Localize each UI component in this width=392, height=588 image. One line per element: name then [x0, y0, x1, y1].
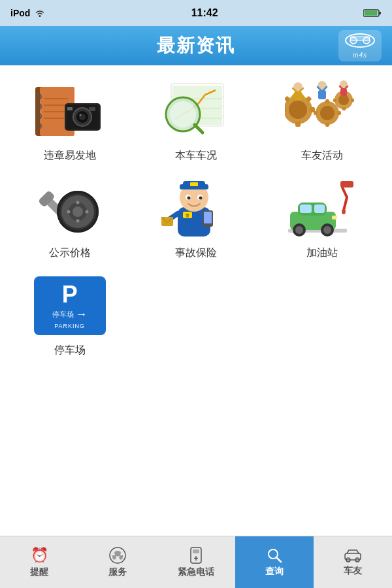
grid-row-2: 公示价格 — [7, 176, 385, 260]
grid-item-insurance[interactable]: 警 事故保险 — [140, 176, 252, 260]
svg-point-38 — [289, 101, 307, 119]
svg-rect-110 — [332, 216, 337, 220]
header: 最新资讯 m4s — [0, 26, 392, 65]
svg-point-46 — [320, 106, 335, 120]
activity-icon — [283, 78, 361, 144]
grid-item-price[interactable]: 公示价格 — [14, 176, 125, 260]
time-display: 11:42 — [191, 7, 218, 19]
tab-service[interactable]: 服务 — [78, 536, 157, 588]
svg-rect-88 — [190, 182, 198, 186]
grid-item-violation[interactable]: 违章易发地 — [14, 78, 125, 163]
grid-item-parking[interactable]: P 停车场 → PARKING 停车场 — [14, 273, 125, 357]
svg-rect-117 — [193, 549, 199, 553]
tab-remind[interactable]: ⏰ 提醒 — [0, 536, 78, 588]
svg-rect-55 — [333, 99, 336, 102]
grid-item-empty-2 — [267, 273, 378, 357]
grid-item-gas[interactable]: 加油站 — [267, 176, 378, 260]
gas-label: 加油站 — [306, 246, 338, 260]
grid-item-empty-1 — [140, 273, 252, 357]
wifi-icon — [34, 8, 46, 18]
emergency-label: 紧急电话 — [178, 566, 214, 578]
page-title: 最新资讯 — [157, 33, 235, 58]
svg-rect-104 — [300, 204, 312, 213]
grid-row-1: 违章易发地 — [7, 78, 385, 163]
svg-rect-48 — [325, 123, 329, 127]
tab-carfriend[interactable]: 车友 — [314, 536, 392, 588]
svg-text:警: 警 — [186, 214, 189, 218]
tab-emergency[interactable]: 紧急电话 — [157, 536, 235, 588]
logo-text: m4s — [353, 52, 367, 59]
svg-point-92 — [199, 196, 203, 199]
parking-sublabel: 停车场 — [52, 310, 74, 319]
svg-point-35 — [170, 101, 196, 127]
price-label: 公示价格 — [49, 246, 91, 260]
remind-icon: ⏰ — [31, 547, 48, 564]
carfriend-label: 车友 — [344, 565, 362, 577]
battery-icon — [363, 8, 382, 18]
svg-line-112 — [344, 197, 347, 210]
violation-label: 违章易发地 — [44, 149, 96, 163]
svg-point-79 — [76, 201, 80, 204]
logo-badge: m4s — [338, 30, 382, 61]
service-icon — [109, 547, 126, 564]
grid-row-3: P 停车场 → PARKING 停车场 — [7, 273, 385, 357]
svg-rect-50 — [337, 111, 341, 115]
svg-point-0 — [39, 15, 41, 17]
svg-rect-7 — [350, 37, 370, 41]
parking-small-text: PARKING — [54, 323, 85, 329]
car-status-icon — [157, 78, 235, 144]
violation-icon — [31, 78, 109, 144]
emergency-icon — [189, 547, 203, 564]
insurance-label: 事故保险 — [175, 246, 217, 260]
svg-point-52 — [338, 95, 349, 105]
price-icon — [31, 176, 109, 241]
svg-rect-94 — [204, 212, 212, 223]
svg-rect-25 — [67, 107, 73, 110]
query-icon — [267, 547, 282, 563]
parking-sub: 停车场 → — [52, 308, 87, 321]
svg-rect-2 — [379, 12, 381, 14]
svg-point-82 — [86, 210, 89, 213]
svg-point-81 — [67, 210, 71, 213]
svg-point-91 — [188, 196, 191, 199]
service-label: 服务 — [108, 566, 127, 578]
status-bar: iPod 11:42 — [0, 0, 392, 26]
svg-point-80 — [76, 219, 80, 222]
svg-rect-41 — [285, 107, 286, 112]
insurance-icon: 警 — [157, 176, 235, 241]
parking-arrow-icon: → — [75, 308, 87, 321]
main-content: 违章易发地 — [0, 65, 392, 536]
tab-bar: ⏰ 提醒 服务 紧急电话 查询 — [0, 536, 392, 588]
svg-rect-3 — [364, 11, 377, 16]
svg-rect-56 — [351, 99, 354, 102]
status-right — [363, 8, 382, 18]
grid-item-activity[interactable]: 车友活动 — [267, 78, 378, 163]
logo-car-icon — [344, 33, 376, 52]
query-label: 查询 — [265, 566, 284, 578]
parking-icon: P 停车场 → PARKING — [31, 273, 109, 338]
svg-point-23 — [80, 114, 82, 116]
svg-rect-49 — [314, 111, 318, 115]
parking-sign: P 停车场 → PARKING — [34, 276, 106, 335]
svg-rect-113 — [340, 181, 353, 188]
parking-label: 停车场 — [54, 344, 86, 357]
svg-rect-47 — [325, 99, 329, 103]
tab-query[interactable]: 查询 — [235, 536, 314, 588]
carrier-label: iPod — [10, 8, 30, 18]
svg-rect-24 — [89, 107, 95, 111]
carfriend-icon — [344, 548, 362, 563]
svg-line-111 — [342, 188, 347, 197]
svg-rect-122 — [345, 553, 361, 560]
parking-p-letter: P — [62, 283, 78, 306]
svg-line-121 — [276, 557, 281, 562]
svg-point-114 — [342, 209, 346, 214]
status-left: iPod — [10, 8, 46, 18]
svg-rect-40 — [295, 122, 301, 127]
remind-label: 提醒 — [30, 566, 48, 578]
svg-point-77 — [73, 206, 83, 217]
gas-icon — [283, 176, 361, 241]
svg-point-107 — [295, 226, 303, 234]
grid-item-car-status[interactable]: 本车车况 — [140, 78, 252, 163]
svg-rect-105 — [314, 204, 325, 213]
car-status-label: 本车车况 — [175, 149, 217, 163]
